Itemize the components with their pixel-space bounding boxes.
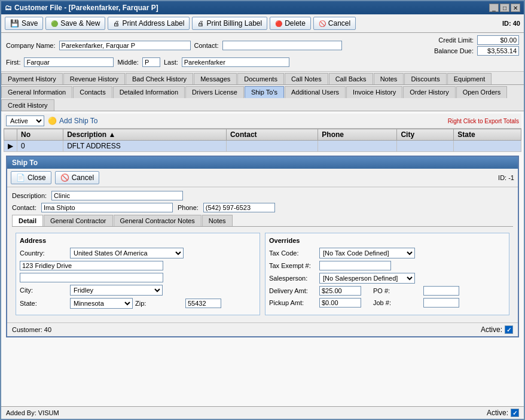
modal-tab-gc-notes[interactable]: General Contractor Notes [114,215,202,226]
tab-detailed-information[interactable]: Detailed Information [113,86,185,98]
modal-tab-general-contractor[interactable]: General Contractor [44,215,113,226]
first-name-input[interactable] [24,57,114,67]
modal-description-input[interactable] [51,191,183,200]
city-dropdown[interactable]: Fridley [70,285,163,296]
added-by-label: Added By: VISUM [6,409,59,416]
bottom-active-checkbox[interactable]: ✓ [511,409,519,417]
modal-close-icon: 📄 [16,174,25,182]
tab-general-information[interactable]: General Information [1,86,72,98]
save-new-icon [51,19,58,28]
tab-bad-check-history[interactable]: Bad Check History [126,73,193,84]
tab-drivers-license[interactable]: Drivers License [185,86,244,98]
city-label: City: [20,287,68,294]
tab-order-history[interactable]: Order History [403,86,455,98]
tabs-row-1: Payment HistoryRevenue HistoryBad Check … [1,72,524,85]
table-header-row: No Description ▲ Contact Phone City Stat… [4,129,521,141]
tab-ship-to's[interactable]: Ship To's [245,86,284,98]
contact-header: Contact [226,129,318,141]
modal-cancel-button[interactable]: 🚫 Cancel [55,171,99,184]
phone-cell [318,141,397,152]
credit-limit-row: Credit Limit: $0.00 [438,35,519,45]
window-title: Customer File - [Parekenfarker, Farquar … [14,4,158,12]
add-ship-to-button[interactable]: 🟡 Add Ship To [48,117,98,125]
credit-section: Credit Limit: $0.00 Balance Due: $3,553.… [434,35,519,56]
address-section: Address Country: United States Of Americ… [16,233,260,315]
balance-due-row: Balance Due: $3,553.14 [434,46,519,56]
print-billing-icon [197,19,204,28]
description-header: Description ▲ [63,129,227,141]
modal-close-button[interactable]: 📄 Close [11,171,51,184]
last-name-input[interactable] [182,57,289,67]
state-dropdown[interactable]: Minnesota [70,298,133,309]
zip-label: Zip: [135,300,183,307]
close-button[interactable]: ✕ [511,4,520,12]
tab-notes[interactable]: Notes [374,73,404,84]
tab-revenue-history[interactable]: Revenue History [63,73,125,84]
table-row[interactable]: ▶ 0 DFLT ADDRESS [4,141,521,152]
status-dropdown[interactable]: Active Inactive [6,115,44,126]
modal-phone-label: Phone: [178,204,199,211]
modal-contact-input[interactable] [41,203,173,212]
modal-active-section: Active: ✓ [481,325,513,334]
tab-call-notes[interactable]: Call Notes [285,73,328,84]
no-cell: 0 [17,141,63,152]
balance-due-label: Balance Due: [434,47,474,54]
print-billing-button[interactable]: Print Billing Label [192,17,267,30]
modal-active-label: Active: [481,325,502,334]
bottom-active-label: Active: [487,409,508,417]
customer-form: Company Name: Contact: Credit Limit: $0.… [1,33,524,72]
main-content: Active Inactive 🟡 Add Ship To Right Clic… [1,111,524,406]
salesperson-dropdown[interactable]: [No Salesperson Defined] [319,273,415,284]
tab-discounts[interactable]: Discounts [404,73,446,84]
address1-input[interactable] [20,261,163,270]
app-icon: 🗂 [5,4,12,12]
tab-equipment[interactable]: Equipment [447,73,492,84]
modal-active-checkbox[interactable]: ✓ [505,325,513,334]
po-input[interactable] [423,286,459,296]
contact-input[interactable] [222,41,342,50]
tab-additional-users[interactable]: Additional Users [285,86,346,98]
tab-payment-history[interactable]: Payment History [1,73,63,84]
tab-credit-history[interactable]: Credit History [1,99,54,111]
job-input[interactable] [423,298,459,308]
save-button[interactable]: Save [5,17,43,30]
tab-contacts[interactable]: Contacts [73,86,112,98]
save-new-button[interactable]: Save & New [45,17,105,30]
modal-footer: Customer: 40 Active: ✓ [7,322,518,336]
main-window: 🗂 Customer File - [Parekenfarker, Farqua… [0,0,525,420]
address2-input[interactable] [20,273,163,282]
country-dropdown[interactable]: United States Of America [70,248,184,258]
cancel-toolbar-button[interactable]: Cancel [313,17,356,30]
salesperson-label: Salesperson: [269,275,317,282]
tax-exempt-input[interactable] [319,261,391,270]
zip-input[interactable] [185,299,221,308]
modal-tab-notes[interactable]: Notes [202,215,233,226]
middle-name-input[interactable] [142,57,160,67]
print-address-button[interactable]: Print Address Label [108,17,190,30]
bottom-active-section: Active: ✓ [487,409,519,417]
salesperson-row: Salesperson: [No Salesperson Defined] [269,273,505,284]
delivery-amt-input[interactable] [319,286,361,296]
tab-open-orders[interactable]: Open Orders [456,86,508,98]
contact-cell [226,141,318,152]
modal-tab-detail[interactable]: Detail [12,215,43,226]
tax-exempt-label: Tax Exempt #: [269,262,317,269]
tab-invoice-history[interactable]: Invoice History [346,86,402,98]
tab-documents[interactable]: Documents [237,73,284,84]
customer-id-label: Customer: 40 [12,326,51,333]
maximize-button[interactable]: □ [500,4,509,12]
company-name-input[interactable] [59,41,191,50]
overrides-section: Overrides Tax Code: [No Tax Code Defined… [265,233,509,315]
tab-messages[interactable]: Messages [194,73,237,84]
minimize-button[interactable]: _ [489,4,499,12]
tabs-row-2: General InformationContactsDetailed Info… [1,85,524,111]
pickup-amt-label: Pickup Amt: [269,299,317,306]
tax-code-dropdown[interactable]: [No Tax Code Defined] [319,248,415,258]
modal-toolbar: 📄 Close 🚫 Cancel ID: -1 [7,169,518,187]
delete-button[interactable]: Delete [270,17,311,30]
tab-call-backs[interactable]: Call Backs [329,73,373,84]
modal-cancel-icon: 🚫 [60,174,69,182]
pickup-amt-input[interactable] [319,298,361,308]
modal-phone-input[interactable] [203,203,275,212]
title-bar-left: 🗂 Customer File - [Parekenfarker, Farqua… [5,4,158,12]
